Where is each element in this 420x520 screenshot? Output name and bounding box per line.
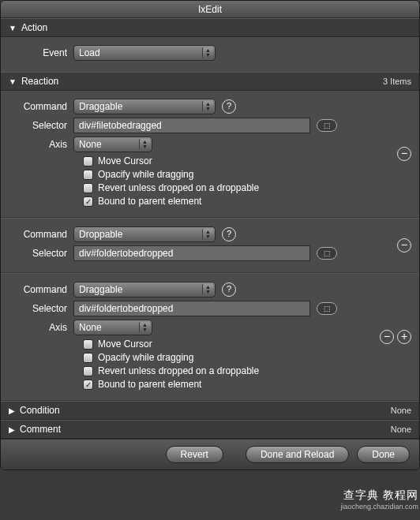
axis-label: Axis (7, 139, 73, 150)
move-cursor-checkbox[interactable] (83, 339, 93, 350)
select-arrows-icon: ▲▼ (139, 322, 150, 333)
disclosure-triangle-icon: ▼ (9, 24, 17, 32)
checkbox-label: Revert unless dropped on a droppable (98, 365, 259, 376)
select-arrows-icon: ▲▼ (202, 284, 213, 295)
select-arrows-icon: ▲▼ (202, 101, 213, 112)
opacify-checkbox[interactable] (83, 170, 93, 180)
help-icon[interactable]: ? (222, 282, 236, 297)
help-icon[interactable]: ? (222, 227, 236, 241)
axis-select[interactable]: None ▲▼ (73, 320, 152, 335)
command-label: Command (7, 101, 73, 112)
selector-label: Selector (7, 248, 73, 259)
command-select[interactable]: Draggable ▲▼ (73, 99, 216, 114)
window-title: IxEdit (1, 1, 419, 18)
help-icon[interactable]: ? (222, 99, 236, 114)
move-cursor-checkbox[interactable] (83, 156, 93, 166)
command-select[interactable]: Draggable ▲▼ (73, 282, 216, 297)
selector-input[interactable] (73, 301, 310, 316)
axis-label: Axis (7, 322, 73, 333)
section-header-action[interactable]: ▼ Action (1, 18, 419, 37)
section-title: Action (21, 22, 47, 33)
footer-bar: Revert Done and Reload Done (1, 439, 419, 469)
section-title: Condition (20, 405, 60, 416)
select-arrows-icon: ▲▼ (202, 229, 213, 240)
checkbox-label: Bound to parent element (98, 196, 201, 207)
action-body: Event Load ▲▼ (1, 37, 419, 72)
revert-checkbox[interactable] (83, 366, 93, 376)
checkbox-label: Opacify while dragging (98, 169, 193, 180)
command-label: Command (7, 229, 73, 240)
selector-picker-icon[interactable]: ⬚ (317, 119, 337, 132)
done-and-reload-button[interactable]: Done and Reload (246, 446, 349, 463)
ixedit-window: IxEdit ▼ Action Event Load ▲▼ ▼ Reaction… (0, 0, 420, 470)
disclosure-triangle-icon: ▶ (9, 406, 15, 415)
command-select[interactable]: Droppable ▲▼ (73, 226, 216, 242)
section-header-reaction[interactable]: ▼ Reaction 3 Items (1, 72, 419, 91)
event-select[interactable]: Load ▲▼ (73, 45, 216, 61)
reaction-count: 3 Items (383, 77, 411, 86)
add-reaction-button[interactable]: + (397, 330, 411, 344)
selector-input[interactable] (73, 245, 310, 261)
revert-checkbox[interactable] (83, 183, 93, 193)
section-title: Reaction (21, 76, 58, 87)
disclosure-triangle-icon: ▼ (9, 77, 17, 86)
opacify-checkbox[interactable] (83, 353, 93, 363)
selector-picker-icon[interactable]: ⬚ (317, 302, 337, 315)
select-arrows-icon: ▲▼ (139, 139, 150, 150)
reaction-item: Command Droppable ▲▼ ? Selector ⬚ − (1, 218, 419, 273)
reaction-item: Command Draggable ▲▼ ? Selector ⬚ Axis N… (1, 273, 419, 401)
condition-count: None (391, 406, 411, 415)
selector-label: Selector (7, 120, 73, 131)
done-button[interactable]: Done (357, 446, 410, 463)
checkbox-label: Opacify while dragging (98, 352, 193, 363)
axis-select[interactable]: None ▲▼ (73, 137, 152, 152)
selector-label: Selector (7, 303, 73, 314)
reaction-item: Command Draggable ▲▼ ? Selector ⬚ Axis N… (1, 91, 419, 218)
watermark: 查字典 教程网 jiaocheng.chazidian.com (340, 488, 418, 511)
command-label: Command (7, 284, 73, 295)
section-header-condition[interactable]: ▶ Condition None (1, 401, 419, 420)
remove-reaction-button[interactable]: − (380, 330, 394, 344)
checkbox-label: Revert unless dropped on a droppable (98, 182, 259, 193)
section-header-comment[interactable]: ▶ Comment None (1, 420, 419, 439)
selector-picker-icon[interactable]: ⬚ (317, 247, 337, 260)
disclosure-triangle-icon: ▶ (9, 425, 15, 434)
revert-button[interactable]: Revert (166, 446, 223, 463)
select-arrows-icon: ▲▼ (202, 47, 213, 58)
checkbox-label: Move Cursor (98, 155, 152, 166)
checkbox-label: Bound to parent element (98, 379, 201, 390)
bound-checkbox[interactable]: ✓ (83, 380, 93, 390)
section-title: Comment (20, 424, 61, 435)
event-label: Event (7, 47, 73, 58)
remove-reaction-button[interactable]: − (397, 147, 411, 161)
bound-checkbox[interactable]: ✓ (83, 196, 93, 207)
remove-reaction-button[interactable]: − (397, 238, 411, 253)
selector-input[interactable] (73, 118, 310, 133)
checkbox-label: Move Cursor (98, 339, 152, 350)
comment-count: None (391, 425, 411, 434)
